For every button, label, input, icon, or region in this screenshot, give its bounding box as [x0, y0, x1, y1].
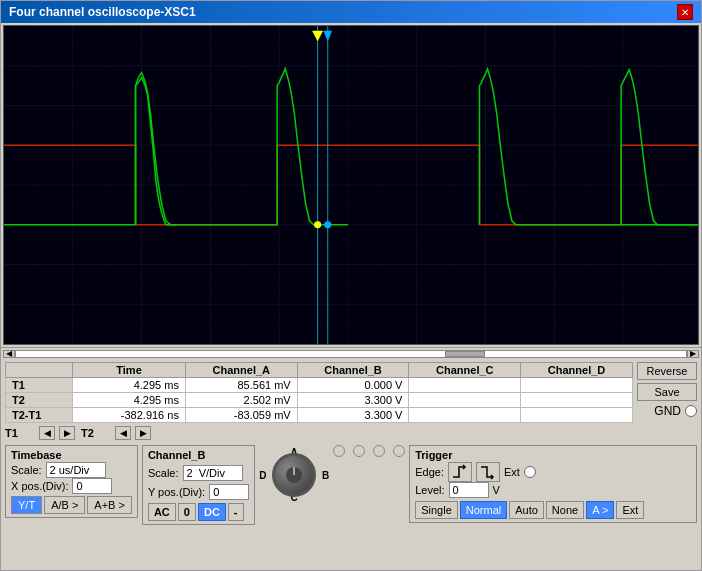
ac-button[interactable]: AC [148, 503, 176, 521]
trigger-level-input[interactable] [449, 482, 489, 498]
scroll-track[interactable] [15, 350, 687, 358]
scroll-left-button[interactable]: ◀ [3, 350, 15, 358]
reverse-button[interactable]: Reverse [637, 362, 697, 380]
single-mode-button[interactable]: Single [415, 501, 458, 519]
channel-knob-container: A B C D [259, 445, 329, 505]
trigger-section: Trigger Edge: E [409, 445, 697, 523]
t2-chc [409, 393, 521, 408]
close-button[interactable]: ✕ [677, 4, 693, 20]
measurements-row: Time Channel_A Channel_B Channel_C Chann… [5, 362, 697, 423]
timebase-scale-row: Scale: [11, 462, 132, 478]
t2-chb: 3.300 V [297, 393, 409, 408]
t2t1-chb: 3.300 V [297, 408, 409, 423]
t2t1-time: -382.916 ns [73, 408, 186, 423]
ext-trigger-label: Ext [504, 466, 520, 478]
ext-trigger-radio[interactable] [524, 466, 536, 478]
channel-b-scale-row: Scale: [148, 465, 249, 481]
right-buttons: Reverse Save GND [637, 362, 697, 418]
table-row: T2-T1 -382.916 ns -83.059 mV 3.300 V [6, 408, 633, 423]
scroll-thumb[interactable] [445, 351, 485, 357]
channel-dots-row [333, 445, 405, 457]
channel-b-title: Channel_B [148, 449, 249, 461]
scale-label: Scale: [11, 464, 42, 476]
ext-mode-button[interactable]: Ext [616, 501, 644, 519]
col-header-time: Time [73, 363, 186, 378]
minus-button[interactable]: - [228, 503, 244, 521]
knob-letter-d: D [259, 470, 266, 481]
timebase-xpos-input[interactable] [72, 478, 112, 494]
channel-dot-2[interactable] [353, 445, 365, 457]
channel-b-ypos-row: Y pos.(Div): [148, 484, 249, 500]
channel-dot-1[interactable] [333, 445, 345, 457]
yt-button[interactable]: Y/T [11, 496, 42, 514]
t2-cha: 2.502 mV [185, 393, 297, 408]
channel-b-scale-label: Scale: [148, 467, 179, 479]
col-header-ch-c: Channel_C [409, 363, 521, 378]
col-header-ch-a: Channel_A [185, 363, 297, 378]
edge-label: Edge: [415, 466, 444, 478]
t2-left-arrow[interactable]: ◀ [115, 426, 131, 440]
channel-dot-3[interactable] [373, 445, 385, 457]
cursor-nav-row: T1 ◀ ▶ T2 ◀ ▶ [5, 426, 697, 440]
t2-nav-label: T2 [81, 427, 111, 439]
xpos-label: X pos.(Div): [11, 480, 68, 492]
knob-letter-b: B [322, 470, 329, 481]
waveform-canvas [4, 26, 698, 344]
t1-cha: 85.561 mV [185, 378, 297, 393]
save-button[interactable]: Save [637, 383, 697, 401]
t2-label: T2 [6, 393, 73, 408]
level-unit: V [493, 484, 500, 496]
none-mode-button[interactable]: None [546, 501, 584, 519]
t1-time: 4.295 ms [73, 378, 186, 393]
gnd-label: GND [654, 404, 681, 418]
t2-chd [521, 393, 633, 408]
trigger-mode-row: Single Normal Auto None A > Ext [415, 501, 691, 519]
measurements-table: Time Channel_A Channel_B Channel_C Chann… [5, 362, 633, 423]
t1-chd [521, 378, 633, 393]
edge-falling-button[interactable] [476, 462, 500, 482]
gnd-radio[interactable] [685, 405, 697, 417]
t2-time: 4.295 ms [73, 393, 186, 408]
zero-button[interactable]: 0 [178, 503, 196, 521]
trigger-level-row: Level: V [415, 482, 691, 498]
normal-mode-button[interactable]: Normal [460, 501, 507, 519]
gnd-row: GND [654, 404, 697, 418]
auto-mode-button[interactable]: Auto [509, 501, 544, 519]
t1-left-arrow[interactable]: ◀ [39, 426, 55, 440]
t1-chb: 0.000 V [297, 378, 409, 393]
channel-dot-4[interactable] [393, 445, 405, 457]
t1-chc [409, 378, 521, 393]
channel-b-ypos-input[interactable] [209, 484, 249, 500]
trigger-edge-row: Edge: Ext [415, 462, 691, 482]
t1-nav: T1 ◀ ▶ [5, 426, 75, 440]
channel-select-knob[interactable] [272, 453, 316, 497]
edge-rising-button[interactable] [448, 462, 472, 482]
col-header-ch-d: Channel_D [521, 363, 633, 378]
t1-right-arrow[interactable]: ▶ [59, 426, 75, 440]
trigger-title: Trigger [415, 449, 691, 461]
channel-b-ypos-label: Y pos.(Div): [148, 486, 205, 498]
aplusb-button[interactable]: A+B > [87, 496, 132, 514]
horizontal-scrollbar: ◀ ▶ [1, 347, 701, 359]
bottom-controls: Timebase Scale: X pos.(Div): Y/T A/B > A… [5, 445, 697, 525]
window-title: Four channel oscilloscope-XSC1 [9, 5, 196, 19]
timebase-title: Timebase [11, 449, 132, 461]
a-greater-button[interactable]: A > [586, 501, 614, 519]
channel-b-section: Channel_B Scale: Y pos.(Div): AC 0 DC - [142, 445, 255, 525]
yt-buttons-row: Y/T A/B > A+B > [11, 496, 132, 514]
scroll-right-button[interactable]: ▶ [687, 350, 699, 358]
t2t1-chd [521, 408, 633, 423]
t1-label: T1 [6, 378, 73, 393]
timebase-scale-input[interactable] [46, 462, 106, 478]
channel-b-scale-input[interactable] [183, 465, 243, 481]
svg-point-39 [315, 222, 321, 228]
t1-nav-label: T1 [5, 427, 35, 439]
table-row: T2 4.295 ms 2.502 mV 3.300 V [6, 393, 633, 408]
t2-nav: T2 ◀ ▶ [81, 426, 151, 440]
level-label: Level: [415, 484, 444, 496]
timebase-xpos-row: X pos.(Div): [11, 478, 132, 494]
t2-right-arrow[interactable]: ▶ [135, 426, 151, 440]
dc-button[interactable]: DC [198, 503, 226, 521]
ab-button[interactable]: A/B > [44, 496, 85, 514]
oscilloscope-window: Four channel oscilloscope-XSC1 ✕ [0, 0, 702, 571]
